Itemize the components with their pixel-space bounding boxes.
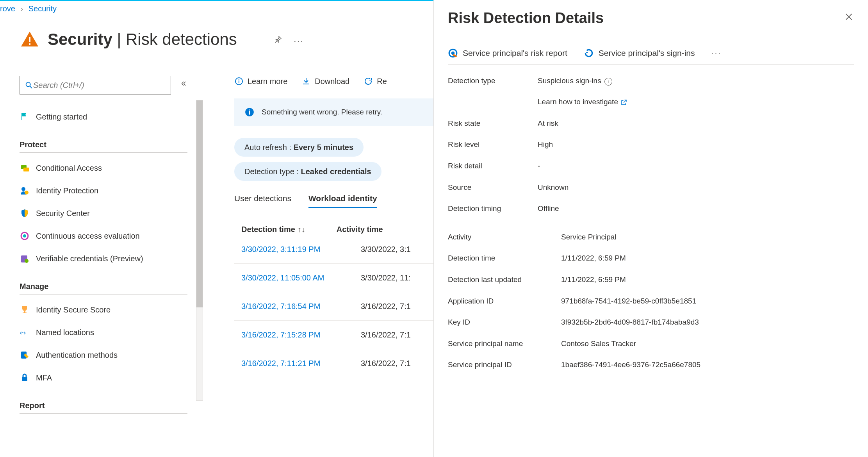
sidebar-item-label: Conditional Access bbox=[36, 162, 102, 173]
sidebar-scrollbar[interactable] bbox=[196, 100, 203, 401]
filter-detection-type[interactable]: Detection type : Leaked credentials bbox=[234, 162, 381, 181]
sidebar-divider bbox=[20, 152, 187, 153]
detail-key: Application ID bbox=[448, 296, 557, 307]
info-filled-icon bbox=[244, 107, 255, 117]
scrollbar-thumb[interactable] bbox=[196, 100, 203, 307]
continuous-access-icon bbox=[20, 231, 30, 241]
panel-more-icon[interactable]: ··· bbox=[711, 47, 722, 59]
detail-row: Key ID3f932b5b-2bd6-4d09-8817-fb174baba9… bbox=[448, 306, 854, 328]
svg-rect-17 bbox=[239, 80, 239, 83]
info-icon[interactable]: i bbox=[604, 78, 612, 86]
detail-row: Detection timingOffline bbox=[448, 193, 854, 214]
sidebar-item-auth-methods[interactable]: Authentication methods bbox=[20, 344, 187, 366]
table-row[interactable]: 3/30/2022, 11:05:00 AM3/30/2022, 11: bbox=[234, 263, 433, 292]
conditional-access-icon bbox=[20, 163, 30, 173]
detail-row: Detection time1/11/2022, 6:59 PM bbox=[448, 242, 854, 264]
sidebar-item-label: Named locations bbox=[36, 327, 94, 338]
svg-point-7 bbox=[21, 187, 25, 191]
search-input-wrap[interactable] bbox=[20, 76, 171, 95]
detail-group-2: ActivityService PrincipalDetection time1… bbox=[448, 221, 854, 370]
svg-rect-0 bbox=[29, 37, 30, 42]
header-actions: ··· bbox=[273, 34, 304, 48]
signins-label: Service principal's sign-ins bbox=[599, 47, 695, 59]
sidebar-item-continuous-access[interactable]: Continuous access evaluation bbox=[20, 225, 187, 247]
col-activity-time[interactable]: Activity time bbox=[337, 224, 383, 235]
cell-detection-time[interactable]: 3/30/2022, 3:11:19 PM bbox=[241, 244, 347, 255]
cell-detection-time[interactable]: 3/16/2022, 7:11:21 PM bbox=[241, 358, 347, 369]
detail-value: 3f932b5b-2bd6-4d09-8817-fb174baba9d3 bbox=[561, 317, 699, 328]
details-panel: Risk Detection Details Service principal… bbox=[433, 0, 868, 457]
sidebar-item-mfa[interactable]: MFA bbox=[20, 366, 187, 389]
table-row[interactable]: 3/16/2022, 7:11:21 PM3/16/2022, 7:1 bbox=[234, 349, 433, 377]
table-body: 3/30/2022, 3:11:19 PM3/30/2022, 3:13/30/… bbox=[234, 235, 433, 377]
risk-report-icon bbox=[448, 48, 458, 58]
collapse-sidebar-icon[interactable] bbox=[180, 80, 187, 91]
filter-value: Every 5 minutes bbox=[294, 143, 353, 152]
auth-methods-icon bbox=[20, 350, 30, 360]
sidebar-divider bbox=[20, 413, 187, 414]
download-label: Download bbox=[315, 76, 349, 87]
sidebar-item-label: Authentication methods bbox=[36, 350, 118, 361]
detail-row: Detection typeSuspicious sign-insi bbox=[448, 65, 854, 86]
risk-report-button[interactable]: Service principal's risk report bbox=[448, 47, 567, 59]
search-input[interactable] bbox=[33, 81, 166, 90]
sidebar-item-label: Identity Protection bbox=[36, 185, 98, 196]
detail-row: Risk stateAt risk bbox=[448, 107, 854, 129]
pin-icon[interactable] bbox=[273, 35, 283, 47]
sidebar-item-label: Continuous access evaluation bbox=[36, 230, 140, 241]
refresh-button[interactable]: Re bbox=[364, 76, 387, 87]
tab-workload-identity[interactable]: Workload identity bbox=[308, 193, 377, 208]
identity-protection-icon bbox=[20, 186, 30, 196]
learn-more-label: Learn more bbox=[248, 76, 287, 87]
detail-row: Learn how to investigate bbox=[448, 86, 854, 107]
detail-value: 971b68fa-7541-4192-be59-c0ff3b5e1851 bbox=[561, 296, 696, 307]
tab-user-detections[interactable]: User detections bbox=[234, 193, 291, 208]
verifiable-credentials-icon bbox=[20, 253, 30, 264]
risk-report-label: Service principal's risk report bbox=[463, 47, 567, 59]
detail-value: 1baef386-7491-4ee6-9376-72c5a66e7805 bbox=[561, 360, 700, 370]
detail-key: Detection type bbox=[448, 76, 534, 86]
more-ellipsis-icon[interactable]: ··· bbox=[294, 34, 304, 48]
sidebar-item-named-locations[interactable]: ‹·› Named locations bbox=[20, 321, 187, 344]
detail-key: Detection last updated bbox=[448, 275, 557, 285]
download-button[interactable]: Download bbox=[301, 76, 349, 87]
cell-detection-time[interactable]: 3/16/2022, 7:16:54 PM bbox=[241, 301, 347, 312]
cell-activity-time: 3/16/2022, 7:1 bbox=[361, 329, 411, 340]
main-content: Learn more Download Re Something went wr… bbox=[234, 76, 433, 377]
cell-detection-time[interactable]: 3/16/2022, 7:15:28 PM bbox=[241, 329, 347, 340]
col-detection-time[interactable]: Detection time↑↓ bbox=[241, 224, 305, 235]
breadcrumb-current[interactable]: Security bbox=[29, 4, 57, 13]
detail-value: - bbox=[538, 161, 540, 171]
detail-link[interactable]: Learn how to investigate bbox=[538, 97, 627, 107]
sidebar-section-report: Report bbox=[20, 400, 187, 411]
sidebar-item-security-center[interactable]: Security Center bbox=[20, 202, 187, 225]
filter-auto-refresh[interactable]: Auto refresh : Every 5 minutes bbox=[234, 138, 364, 157]
close-icon[interactable] bbox=[844, 12, 854, 25]
detail-key: Risk detail bbox=[448, 161, 534, 171]
detail-key: Key ID bbox=[448, 317, 557, 328]
detail-value: Suspicious sign-insi bbox=[538, 76, 612, 86]
table-row[interactable]: 3/16/2022, 7:15:28 PM3/16/2022, 7:1 bbox=[234, 320, 433, 349]
svg-text:‹·›: ‹·› bbox=[20, 329, 26, 336]
sidebar-item-secure-score[interactable]: Identity Secure Score bbox=[20, 298, 187, 321]
signins-icon bbox=[584, 48, 594, 58]
sidebar-item-getting-started[interactable]: Getting started bbox=[20, 105, 187, 128]
sidebar-item-label: MFA bbox=[36, 372, 52, 383]
learn-more-button[interactable]: Learn more bbox=[234, 76, 287, 87]
detail-value: Service Principal bbox=[561, 232, 617, 243]
sidebar-item-verifiable-credentials[interactable]: Verifiable credentials (Preview) bbox=[20, 247, 187, 270]
sidebar-item-label: Verifiable credentials (Preview) bbox=[36, 253, 143, 264]
table-row[interactable]: 3/16/2022, 7:16:54 PM3/16/2022, 7:1 bbox=[234, 292, 433, 320]
sidebar-section-manage: Manage bbox=[20, 281, 187, 292]
svg-rect-15 bbox=[22, 377, 27, 381]
detail-value: Contoso Sales Tracker bbox=[561, 339, 636, 349]
cell-detection-time[interactable]: 3/30/2022, 11:05:00 AM bbox=[241, 272, 347, 283]
error-banner: Something went wrong. Please retry. bbox=[234, 98, 433, 126]
breadcrumb-parent[interactable]: rove bbox=[0, 4, 15, 13]
sidebar-item-conditional-access[interactable]: Conditional Access bbox=[20, 157, 187, 179]
sidebar-item-identity-protection[interactable]: Identity Protection bbox=[20, 179, 187, 202]
detail-value: High bbox=[538, 139, 553, 150]
table-row[interactable]: 3/30/2022, 3:11:19 PM3/30/2022, 3:1 bbox=[234, 235, 433, 263]
signins-button[interactable]: Service principal's sign-ins bbox=[584, 47, 695, 59]
table-header: Detection time↑↓ Activity time bbox=[234, 224, 433, 235]
